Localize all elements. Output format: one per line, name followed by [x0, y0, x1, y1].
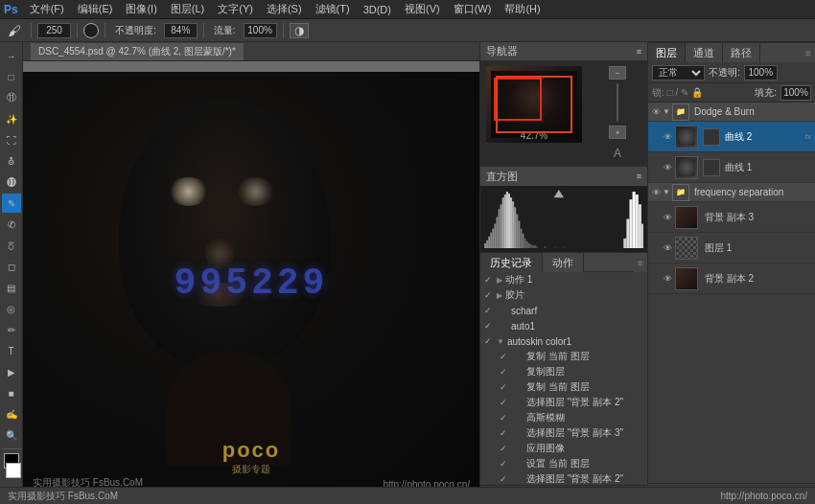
photo-canvas[interactable]: 995229 poco 摄影专题 实用摄影技巧 FsBus.CoM http:/… [23, 72, 479, 493]
eraser-tool[interactable]: ◻ [2, 257, 21, 276]
tab-channels[interactable]: 通道 [686, 43, 723, 62]
history-item-copy2[interactable]: ✓ 复制 当前 图层 [480, 379, 647, 395]
history-label: 选择图层 "背景 副本 2" [526, 396, 643, 409]
canvas-area: DSC_4554.psd @ 42.7% (曲线 2, 图层蒙版/*)* [23, 42, 479, 504]
menu-view[interactable]: 视图(V) [399, 2, 446, 16]
shape-tool[interactable]: ■ [2, 383, 21, 402]
layer-item-curve1[interactable]: 👁 曲线 1 [648, 152, 815, 183]
svg-rect-31 [626, 219, 629, 249]
svg-rect-15 [514, 207, 516, 248]
history-item-action1[interactable]: ✓ ▶ 动作 1 [480, 272, 647, 287]
airbrush-btn[interactable]: ◑ [290, 23, 309, 38]
navigator-expand-icon[interactable]: ≡ [637, 47, 641, 57]
hand-tool[interactable]: ✍ [2, 404, 21, 424]
layer-label: 曲线 2 [725, 130, 803, 144]
opacity-input[interactable] [744, 65, 778, 80]
flow-input[interactable] [244, 23, 277, 38]
history-item-auto1[interactable]: ✓ auto1 [480, 318, 647, 333]
layer-eye[interactable]: 👁 [664, 274, 672, 284]
tab-actions[interactable]: 动作 [543, 253, 584, 272]
zoom-tool[interactable]: 🔍 [2, 425, 21, 445]
svg-rect-25 [534, 245, 536, 248]
canvas-tab-item[interactable]: DSC_4554.psd @ 42.7% (曲线 2, 图层蒙版/*)* [31, 43, 244, 60]
spot-heal-tool[interactable]: ⓫ [2, 172, 21, 192]
history-item-select2[interactable]: ✓ 选择图层 "背景 副本 3" [480, 425, 647, 441]
histogram-expand-icon[interactable]: ≡ [637, 172, 641, 181]
layer-eye[interactable]: 👁 [664, 213, 672, 222]
brush-size-input[interactable] [37, 23, 71, 38]
layer-eye[interactable]: 👁 [664, 163, 672, 172]
move-tool[interactable]: → [2, 46, 21, 65]
tab-history[interactable]: 历史记录 [480, 253, 543, 272]
layer-item-layer1[interactable]: 👁 图层 1 [648, 233, 815, 263]
menu-3d[interactable]: 3D(D) [358, 4, 397, 15]
group-eye-icon[interactable]: 👁 [652, 107, 661, 117]
menu-text[interactable]: 文字(Y) [212, 2, 259, 16]
history-item-gauss[interactable]: ✓ 高斯模糊 [480, 410, 647, 425]
menu-image[interactable]: 图像(I) [120, 2, 162, 16]
brush-tool[interactable]: ✎ [2, 194, 21, 213]
histogram-content [480, 186, 647, 252]
navigator-header[interactable]: 导航器 ≡ [480, 42, 647, 60]
nav-zoom-slider-track [617, 83, 618, 122]
menu-filter[interactable]: 滤镜(T) [310, 2, 356, 16]
layer-item-bg-copy3[interactable]: 👁 背景 副本 3 [648, 202, 815, 233]
canvas-content[interactable]: 995229 poco 摄影专题 实用摄影技巧 FsBus.CoM http:/… [23, 61, 479, 504]
dodge-tool[interactable]: ◎ [2, 299, 21, 318]
history-item-apply[interactable]: ✓ 应用图像 [480, 441, 647, 456]
layer-group-dodge-burn[interactable]: 👁 ▼ 📁 Dodge & Burn [648, 103, 815, 122]
layer-mask-thumb [703, 128, 720, 146]
layers-list: 👁 ▼ 📁 Dodge & Burn 👁 曲线 2 fx 👁 [648, 103, 815, 483]
tab-paths[interactable]: 路径 [723, 43, 760, 62]
background-color[interactable] [6, 463, 21, 478]
layer-eye[interactable]: 👁 [664, 132, 672, 142]
opacity-input[interactable] [164, 23, 198, 38]
history-item-copylayer[interactable]: ✓ 复制图层 [480, 364, 647, 379]
magic-wand-tool[interactable]: ✨ [2, 109, 21, 128]
svg-rect-22 [528, 243, 530, 248]
history-item-film[interactable]: ✓ ▶ 胶片 [480, 287, 647, 303]
history-brush-tool[interactable]: ⛣ [2, 236, 21, 255]
path-select-tool[interactable]: ▶ [2, 362, 21, 381]
history-item-select3[interactable]: ✓ 选择图层 "背景 副本 2" [480, 471, 647, 485]
history-item-copy1[interactable]: ✓ 复制 当前 图层 [480, 349, 647, 364]
history-item-scharf[interactable]: ✓ scharf [480, 303, 647, 318]
group-expand-icon: ▼ [497, 337, 504, 346]
menu-help[interactable]: 帮助(H) [499, 2, 546, 16]
menu-edit[interactable]: 编辑(E) [72, 2, 119, 16]
text-tool[interactable]: T [2, 341, 21, 360]
menu-file[interactable]: 文件(F) [24, 2, 70, 16]
flow-label: 流量: [210, 23, 240, 38]
history-item-select1[interactable]: ✓ 选择图层 "背景 副本 2" [480, 395, 647, 410]
pen-tool[interactable]: ✏ [2, 320, 21, 339]
layer-item-bg-copy2[interactable]: 👁 背景 副本 2 [648, 263, 815, 294]
check-icon: ✓ [500, 459, 509, 469]
nav-zoom-out-btn[interactable]: − [609, 66, 626, 80]
fill-input[interactable] [780, 85, 811, 101]
history-item-autoskin[interactable]: ✓ ▼ autoskin color1 [480, 333, 647, 349]
check-icon: ✓ [500, 382, 509, 392]
eyedropper-tool[interactable]: ⛢ [2, 151, 21, 171]
rect-select-tool[interactable]: □ [2, 67, 21, 86]
nav-zoom-in-btn[interactable]: + [609, 126, 626, 139]
menu-layer[interactable]: 图层(L) [165, 2, 210, 16]
navigator-thumbnail[interactable]: 42.7% [486, 66, 582, 143]
check-icon: ✓ [484, 306, 494, 315]
gradient-tool[interactable]: ▤ [2, 278, 21, 297]
history-label: 复制 当前 图层 [526, 380, 643, 394]
group-eye-icon[interactable]: 👁 [652, 188, 661, 197]
history-item-set[interactable]: ✓ 设置 当前 图层 [480, 456, 647, 471]
lasso-tool[interactable]: ⑪ [2, 88, 21, 107]
menu-window[interactable]: 窗口(W) [448, 2, 498, 16]
layers-menu-icon[interactable]: ≡ [802, 48, 815, 58]
layer-eye[interactable]: 👁 [664, 243, 672, 253]
crop-tool[interactable]: ⛶ [2, 130, 21, 149]
histogram-header[interactable]: 直方图 ≡ [480, 167, 647, 186]
menu-select[interactable]: 选择(S) [261, 2, 308, 16]
tab-layers[interactable]: 图层 [648, 43, 686, 62]
blend-mode-select[interactable]: 正常 [652, 65, 705, 80]
layer-item-curve2[interactable]: 👁 曲线 2 fx [648, 122, 815, 152]
clone-tool[interactable]: ✆ [2, 215, 21, 234]
layer-group-freq-sep[interactable]: 👁 ▼ 📁 frequency separation [648, 183, 815, 202]
history-menu-icon[interactable]: ≡ [634, 258, 647, 268]
